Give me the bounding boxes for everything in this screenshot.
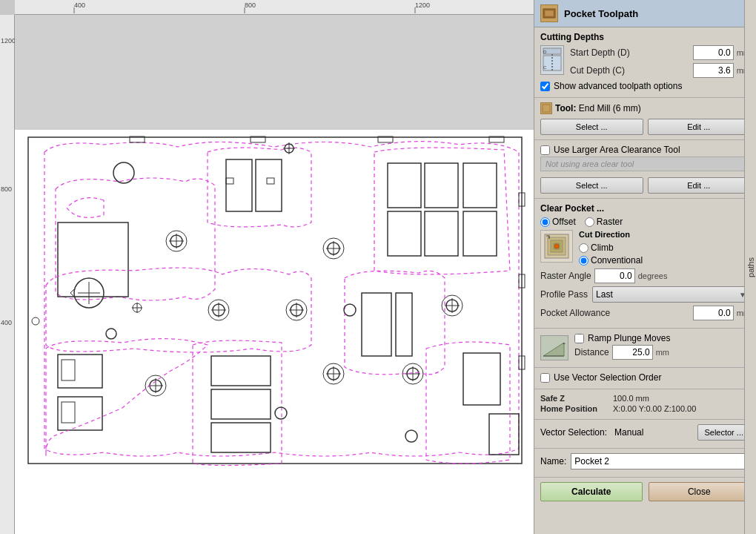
right-panel: Pocket Toolpath Cutting Depths D C Start… [534,0,756,534]
conventional-radio[interactable] [579,256,588,266]
larger-area-check-row[interactable]: Use Larger Area Clearance Tool [540,145,750,155]
depth-icon: D C [540,45,564,75]
svg-text:C: C [543,65,547,70]
svg-text:D: D [543,50,547,54]
raster-radio[interactable] [585,217,594,227]
tool-edit-button[interactable]: Edit ... [648,119,751,135]
profile-pass-dropdown[interactable]: Last ▼ [592,286,750,303]
raster-angle-label: Raster Angle [540,271,591,281]
pocket-toolpath-icon [540,4,558,22]
larger-area-select-button[interactable]: Select ... [540,177,643,194]
ruler-mark-v-1200: 1200 [1,37,16,44]
svg-marker-95 [543,343,564,356]
raster-label: Raster [597,217,623,227]
conventional-radio-label[interactable]: Conventional [579,255,643,266]
start-depth-row: Start Depth (D) mm [570,45,750,60]
show-advanced-row[interactable]: Show advanced toolpath options [540,81,750,91]
raster-angle-input[interactable] [594,268,635,283]
home-position-label: Home Position [540,404,607,413]
vector-selection-label: Vector Selection: [540,427,607,438]
tool-row: Tool: End Mill (6 mm) [540,102,750,114]
pocket-allowance-label: Pocket Allowance [540,308,610,318]
larger-area-label: Use Larger Area Clearance Tool [554,145,680,155]
pocket-allowance-input[interactable] [693,306,734,320]
profile-pass-value: Last [596,289,613,300]
svg-point-94 [554,244,559,248]
svg-rect-89 [543,105,550,112]
ramp-icon [540,335,568,360]
clear-pocket-title: Clear Pocket ... [540,203,750,214]
tool-select-button[interactable]: Select ... [540,119,643,135]
safe-z-row: Safe Z 100.0 mm [540,394,750,403]
cut-depth-row: Cut Depth (C) mm [570,63,750,78]
ruler-mark-v-800: 800 [1,185,12,193]
ramp-distance-input[interactable] [612,345,653,360]
cutting-depths-section: Cutting Depths D C Start Depth (D) mm [534,27,756,98]
start-depth-input[interactable] [693,45,734,60]
ramp-distance-unit: mm [656,348,669,357]
vector-order-checkbox[interactable] [540,373,550,383]
tool-label: Tool: End Mill (6 mm) [555,103,750,113]
offset-radio[interactable] [540,217,550,227]
ramp-distance-row: Distance mm [574,345,750,360]
start-depth-label: Start Depth (D) [570,47,630,58]
not-using-row: Not using area clear tool [540,156,750,174]
ramp-section: Ramp Plunge Moves Distance mm [534,329,756,368]
paths-tab-label: paths [746,257,755,277]
cut-depth-input[interactable] [693,63,734,78]
name-row: Name: [540,453,750,469]
vector-selection-value: Manual [614,427,643,438]
not-using-label: Not using area clear tool [540,156,750,171]
ramp-controls: Ramp Plunge Moves Distance mm [574,333,750,363]
raster-angle-row: Raster Angle degrees [540,268,750,283]
tool-prefix: Tool: [555,103,576,113]
vector-order-check-row[interactable]: Use Vector Selection Order [540,372,750,383]
canvas-area[interactable]: 400 800 1200 1200 800 400 [0,0,534,534]
conventional-label: Conventional [591,255,643,266]
ruler-mark-v-400: 400 [1,319,12,326]
paths-tab[interactable]: paths [744,0,756,534]
ramp-distance-label: Distance [574,347,609,357]
ramp-check-row[interactable]: Ramp Plunge Moves [574,333,750,343]
ruler-top: 400 800 1200 [15,0,534,15]
calculate-button[interactable]: Calculate [540,482,643,501]
cut-direction-label: Cut Direction [579,230,643,239]
show-advanced-label: Show advanced toolpath options [554,81,682,91]
vector-selection-order-section: Use Vector Selection Order [534,368,756,389]
ramp-checkbox[interactable] [574,334,584,343]
cutting-depths-title: Cutting Depths [540,32,750,42]
safe-z-label: Safe Z [540,394,607,403]
raster-radio-label[interactable]: Raster [585,217,623,227]
tool-section: Tool: End Mill (6 mm) Select ... Edit ..… [534,98,756,140]
vector-order-label: Use Vector Selection Order [554,372,661,383]
cut-direction-options: Cut Direction Climb Conventional [579,230,643,266]
name-input[interactable] [571,453,750,469]
drawing-canvas[interactable] [15,15,534,534]
safe-z-value: 100.0 mm [613,394,649,403]
home-position-row: Home Position X:0.00 Y:0.00 Z:100.00 [540,404,750,413]
climb-radio-label[interactable]: Climb [579,243,643,253]
svg-rect-83 [545,10,554,16]
svg-rect-4 [15,15,534,130]
tool-value: End Mill (6 mm) [579,103,641,113]
vector-selection-row: Vector Selection: Manual Selector ... [540,424,750,441]
name-label: Name: [540,456,566,467]
offset-label: Offset [552,217,576,227]
show-advanced-checkbox[interactable] [540,82,550,91]
close-button[interactable]: Close [649,482,751,501]
climb-label: Climb [591,243,614,253]
ruler-left: 1200 800 400 [0,15,15,534]
profile-pass-label: Profile Pass [540,289,588,300]
ramp-label: Ramp Plunge Moves [588,333,670,343]
larger-area-edit-button[interactable]: Edit ... [648,177,751,194]
name-section: Name: [534,449,756,478]
cut-direction-icon [540,230,573,263]
climb-radio[interactable] [579,243,588,253]
selector-button[interactable]: Selector ... [697,424,750,441]
panel-header: Pocket Toolpath [534,0,756,27]
tool-buttons: Select ... Edit ... [540,119,750,135]
offset-radio-label[interactable]: Offset [540,217,576,227]
home-position-value: X:0.00 Y:0.00 Z:100.00 [613,404,696,413]
clear-pocket-section: Clear Pocket ... Offset Raster [534,199,756,329]
larger-area-checkbox[interactable] [540,145,550,155]
